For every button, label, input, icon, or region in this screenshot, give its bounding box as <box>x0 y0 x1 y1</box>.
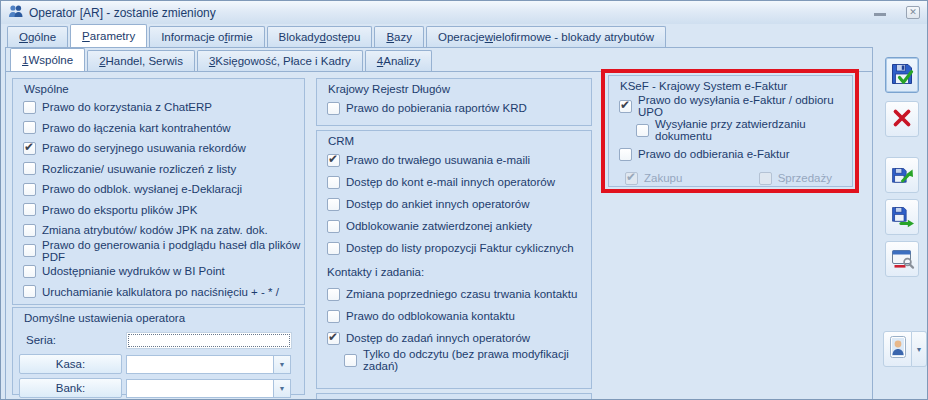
checkbox-label[interactable]: Prawo do pobierania raportów KRD <box>346 102 527 114</box>
checkbox[interactable] <box>23 203 36 216</box>
checkbox-label[interactable]: Tylko do odczytu (bez prawa modyfikacji … <box>363 348 591 372</box>
ksef-checklist: Prawo do wysyłania e-Faktur / odbioru UP… <box>609 94 852 190</box>
checkbox[interactable] <box>23 101 36 114</box>
checkbox[interactable] <box>23 142 36 155</box>
checkbox[interactable] <box>327 310 340 323</box>
group-domyslne: Domyślne ustawienia operatora Seria: Kas… <box>12 307 305 395</box>
group-title: Krajowy Rejestr Długów <box>317 79 591 97</box>
checkbox[interactable] <box>23 121 36 134</box>
operator-card-button[interactable] <box>883 331 912 367</box>
checkbox[interactable] <box>23 265 36 278</box>
subtab-handel-serwis[interactable]: 2 Handel, Serwis <box>87 50 195 71</box>
bank-combobox[interactable]: ▼ <box>126 379 291 398</box>
checkbox-label[interactable]: Prawo do łączenia kart kontrahentów <box>42 122 231 134</box>
checkbox-label[interactable]: Dostęp do kont e-mail innych operatorów <box>346 176 555 188</box>
tab-informacje-o-firmie[interactable]: Informacje o firmie <box>149 26 264 47</box>
operator-icon <box>8 4 23 22</box>
bank-button[interactable]: Bank: <box>19 378 122 398</box>
save-variant-2-button[interactable] <box>885 199 919 235</box>
save-button[interactable] <box>885 57 919 93</box>
checkbox-label[interactable]: Odblokowanie zatwierdzonej ankiety <box>346 220 532 232</box>
checkbox[interactable] <box>327 154 340 167</box>
checkbox-item: Prawo do odblokowania kontaktu <box>327 310 515 323</box>
group-title: Wspólne <box>13 79 304 97</box>
window-title: Operator [AR] - zostanie zmieniony <box>29 6 216 20</box>
minimize-icon[interactable] <box>874 9 886 16</box>
checkbox-label[interactable]: Prawo do eksportu plików JPK <box>42 204 197 216</box>
checkbox[interactable] <box>327 332 340 345</box>
tab-operacje-wielofirmowe[interactable]: Operacje wielofirmowe - blokady atrybutó… <box>426 26 666 47</box>
save-variant-1-button[interactable] <box>885 157 919 193</box>
main-tab-bar: OgólneParametryInformacje o firmieBlokad… <box>3 24 925 47</box>
checkbox-label: Sprzedaży <box>778 172 832 184</box>
chevron-down-icon[interactable]: ▼ <box>273 380 290 397</box>
checkbox-label[interactable]: Prawo do odbierania e-Faktur <box>638 148 790 160</box>
tab-parametry[interactable]: Parametry <box>70 24 147 47</box>
subtab-wspolne[interactable]: 1 Wspólne <box>10 48 85 71</box>
checkbox[interactable] <box>619 100 632 113</box>
checkbox[interactable] <box>327 198 340 211</box>
checkbox[interactable] <box>23 224 36 237</box>
checkbox-label[interactable]: Zmiana poprzedniego czasu trwania kontak… <box>346 288 577 300</box>
krd-checklist: Prawo do pobierania raportów KRD <box>317 97 591 119</box>
section-label: Kontakty i zadania: <box>317 259 591 283</box>
checkbox[interactable] <box>327 220 340 233</box>
group-title: CRM <box>317 131 591 149</box>
kasa-button[interactable]: Kasa: <box>19 354 122 374</box>
checkbox-row: Odblokowanie zatwierdzonej ankiety <box>317 215 591 237</box>
tab-bazy[interactable]: Bazy <box>374 26 424 47</box>
checkbox-label[interactable]: Dostęp do zadań innych operatorów <box>346 332 530 344</box>
checkbox[interactable] <box>23 162 36 175</box>
checkbox-label[interactable]: Wysyłanie przy zatwierdzaniu dokumentu <box>655 118 852 142</box>
checkbox-label[interactable]: Udostępnianie wydruków w BI Point <box>42 265 225 277</box>
checkbox-label[interactable]: Prawo do odblok. wysłanej e-Deklaracji <box>42 183 242 195</box>
checkbox[interactable] <box>327 288 340 301</box>
checkbox <box>625 172 638 185</box>
checkbox-row: Prawo do trwałego usuwania e-maili <box>317 149 591 171</box>
checkbox[interactable] <box>23 183 36 196</box>
kasa-combobox[interactable]: ▼ <box>126 355 291 374</box>
subtab-analizy[interactable]: 4 Analizy <box>365 50 432 71</box>
checkbox-row: Udostępnianie wydruków w BI Point <box>13 261 304 282</box>
checkbox-label[interactable]: Prawo do korzystania z ChatERP <box>42 101 212 113</box>
checkbox[interactable] <box>327 176 340 189</box>
checkbox-label[interactable]: Prawo do generowania i podglądu haseł dl… <box>42 239 304 263</box>
chevron-down-icon[interactable]: ▼ <box>273 356 290 373</box>
checkbox-row: Zmiana atrybutów/ kodów JPK na zatw. dok… <box>13 220 304 241</box>
checkbox[interactable] <box>619 148 632 161</box>
checkbox-label[interactable]: Dostęp do ankiet innych operatorów <box>346 198 529 210</box>
tab-ogolne[interactable]: Ogólne <box>7 26 68 47</box>
subtab-ksiegowosc-place-kadry[interactable]: 3 Księgowość, Płace i Kadry <box>197 50 363 71</box>
close-icon[interactable]: ✕ <box>906 6 920 19</box>
checkbox-label[interactable]: Prawo do odblokowania kontaktu <box>346 310 515 322</box>
checkbox[interactable] <box>23 244 36 257</box>
checkbox-row: Dostęp do ankiet innych operatorów <box>317 193 591 215</box>
checkbox-item: Tylko do odczytu (bez prawa modyfikacji … <box>344 348 591 372</box>
print-preview-button[interactable] <box>885 241 919 277</box>
checkbox-label[interactable]: Rozliczanie/ usuwanie rozliczeń z listy <box>42 163 236 175</box>
titlebar[interactable]: Operator [AR] - zostanie zmieniony ✕ <box>1 1 927 24</box>
checkbox[interactable] <box>344 354 357 367</box>
checkbox-label[interactable]: Zmiana atrybutów/ kodów JPK na zatw. dok… <box>42 224 268 236</box>
checkbox-item: Dostęp do listy propozycji Faktur cyklic… <box>327 242 574 255</box>
checkbox-label[interactable]: Prawo do seryjnego usuwania rekordów <box>42 142 246 154</box>
checkbox[interactable] <box>327 242 340 255</box>
checkbox[interactable] <box>327 102 340 115</box>
checkbox[interactable] <box>636 124 649 137</box>
checkbox-item: Prawo do generowania i podglądu haseł dl… <box>23 239 304 263</box>
cancel-button[interactable] <box>885 101 919 137</box>
checkbox[interactable] <box>23 285 36 298</box>
dropdown-arrow-icon[interactable]: ▼ <box>912 331 927 367</box>
kasa-row: Kasa: ▼ <box>19 354 298 374</box>
checkbox-item: Wysyłanie przy zatwierdzaniu dokumentu <box>636 118 852 142</box>
checkbox-label[interactable]: Dostęp do listy propozycji Faktur cyklic… <box>346 242 574 254</box>
operator-dialog: Operator [AR] - zostanie zmieniony ✕ Ogó… <box>0 0 928 400</box>
checkbox-row: Prawo do generowania i podglądu haseł dl… <box>13 241 304 262</box>
checkbox-row: Prawo do seryjnego usuwania rekordów <box>13 138 304 159</box>
tab-blokady-dostepu[interactable]: Blokady dostępu <box>267 26 373 47</box>
checkbox-label[interactable]: Prawo do trwałego usuwania e-maili <box>346 154 530 166</box>
checkbox-row: Prawo do odbierania e-Faktur <box>609 142 852 166</box>
seria-input[interactable] <box>126 332 292 349</box>
checkbox-label[interactable]: Prawo do wysyłania e-Faktur / odbioru UP… <box>638 94 852 118</box>
checkbox-label[interactable]: Uruchamianie kalkulatora po naciśnięciu … <box>42 286 279 298</box>
